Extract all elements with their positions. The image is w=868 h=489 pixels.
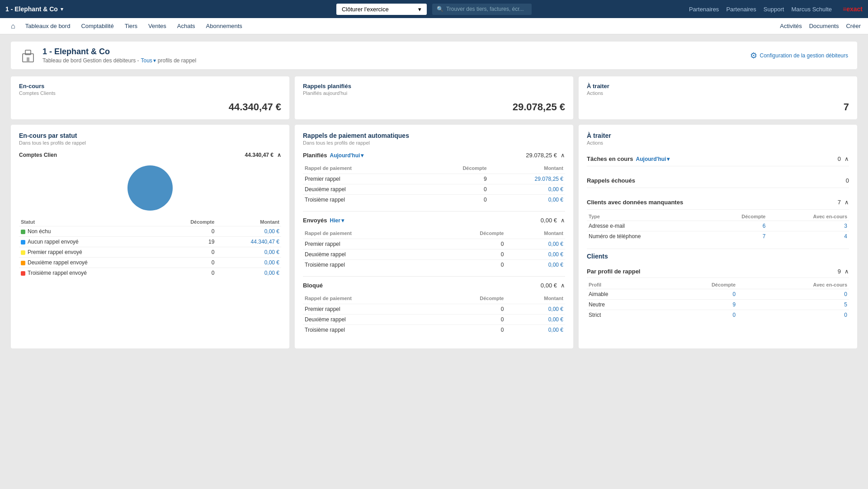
rappel-montant[interactable]: 0,00 €: [505, 249, 565, 260]
clients-manquants-title: Clients avec données manquantes: [587, 199, 683, 206]
user-name[interactable]: Marcus Schulte: [791, 6, 832, 13]
statut-montant[interactable]: 0,00 €: [216, 268, 281, 278]
creer-link[interactable]: Créer: [846, 23, 861, 29]
global-search[interactable]: 🔍 Trouver des tiers, factures, écr...: [432, 4, 532, 15]
par-profil-table: Profil Décompte Avec en-cours Aimable 0 …: [587, 281, 849, 320]
type-decompte[interactable]: 6: [708, 221, 767, 231]
type-decompte[interactable]: 7: [708, 231, 767, 242]
par-profil-title: Par profil de rappel: [587, 268, 640, 275]
profil-label: Strict: [587, 310, 656, 320]
envoyes-total: 0,00 €: [541, 217, 557, 224]
pie-chart: [127, 165, 173, 211]
rappels-echoues-header: Rappels échoués 0: [587, 174, 849, 188]
taches-section: Tâches en cours Aujourd'hui ▾ 0 ∧: [587, 152, 849, 166]
en-cours-amount: 44.340,47 €: [19, 101, 281, 113]
statut-decompte: 0: [160, 268, 216, 278]
planifies-date[interactable]: Aujourd'hui ▾: [330, 152, 363, 159]
nav-ventes[interactable]: Ventes: [144, 19, 171, 33]
envoyes-title: Envoyés Hier ▾: [303, 217, 344, 224]
status-color-dot: [21, 230, 25, 234]
type-label: Numéro de téléphone: [587, 231, 708, 242]
table-row: Strict 0 0: [587, 310, 849, 320]
col-statut: Statut: [19, 218, 160, 226]
statut-montant[interactable]: 0,00 €: [216, 247, 281, 258]
breadcrumb-end: profils de rappel: [158, 57, 196, 64]
panel-en-cours-statut: En-cours par statut Dans tous les profil…: [11, 125, 289, 348]
close-exercise-button[interactable]: Clôturer l'exercice ▾: [336, 4, 427, 15]
type-avec[interactable]: 3: [767, 221, 849, 231]
rappel-montant[interactable]: 0,00 €: [489, 195, 565, 205]
status-color-dot: [21, 250, 25, 255]
rappels-planifies-amount: 29.078,25 €: [303, 101, 565, 113]
profil-decompte[interactable]: 0: [656, 310, 737, 320]
support-link[interactable]: Support: [764, 6, 784, 13]
a-traiter-panel-subtitle: Actions: [587, 140, 849, 146]
profil-label: Neutre: [587, 300, 656, 310]
clients-manquants-count: 7: [838, 199, 841, 206]
company-name: 1 - Elephant & Co: [5, 5, 58, 13]
page-header-left: 1 - Elephant & Co Tableau de bord Gestio…: [20, 47, 196, 64]
bloque-header: Bloqué 0,00 € ∧: [303, 282, 565, 291]
documents-link[interactable]: Documents: [809, 23, 839, 29]
statut-montant[interactable]: 0,00 €: [216, 226, 281, 237]
taches-chevron: ∧: [844, 155, 849, 162]
rappel-montant[interactable]: 0,00 €: [505, 315, 565, 325]
summary-row: En-cours Comptes Clients 44.340,47 € Rap…: [11, 76, 857, 119]
profil-decompte[interactable]: 9: [656, 300, 737, 310]
table-row: Troisième rappel 0 0,00 €: [303, 195, 565, 205]
table-row: Premier rappel 9 29.078,25 €: [303, 174, 565, 184]
nav-tableaux[interactable]: Tableaux de bord: [21, 19, 75, 33]
partenaires-menu[interactable]: Partenaires: [689, 6, 719, 13]
bloque-chevron: ∧: [561, 282, 565, 289]
rappel-decompte: 0: [434, 260, 506, 270]
type-avec[interactable]: 4: [767, 231, 849, 242]
nav-comptabilite[interactable]: Comptabilité: [76, 19, 118, 33]
rappel-montant[interactable]: 0,00 €: [505, 304, 565, 315]
home-icon[interactable]: ⌂: [7, 20, 19, 32]
tous-dropdown[interactable]: Tous ▾: [141, 57, 156, 64]
exact-logo: ≡exact: [843, 5, 863, 13]
chevron-up-icon: ∧: [277, 152, 281, 158]
profil-decompte[interactable]: 0: [656, 289, 737, 300]
rappel-montant[interactable]: 0,00 €: [505, 260, 565, 270]
nav-tiers[interactable]: Tiers: [120, 19, 142, 33]
rappels-echoues-count: 0: [846, 177, 849, 184]
profil-avec[interactable]: 0: [737, 289, 849, 300]
statut-label: Troisième rappel envoyé: [19, 268, 160, 278]
table-row: Deuxième rappel 0 0,00 €: [303, 184, 565, 195]
bloque-total: 0,00 €: [541, 282, 557, 289]
rappels-planifies-subtitle: Planifiés aujourd'hui: [303, 90, 565, 96]
main-content: 1 - Elephant & Co Tableau de bord Gestio…: [0, 34, 868, 356]
planifies-chevron: ∧: [561, 152, 565, 159]
rappels-echoues-title: Rappels échoués: [587, 177, 635, 184]
company-selector[interactable]: 1 - Elephant & Co ▾: [5, 5, 286, 13]
partenaires-label[interactable]: Partenaires: [726, 6, 756, 13]
config-link[interactable]: ⚙ Configuration de la gestion débiteurs: [750, 51, 848, 61]
profil-avec[interactable]: 0: [737, 310, 849, 320]
rappel-montant[interactable]: 0,00 €: [505, 325, 565, 335]
statut-label: Deuxième rappel envoyé: [19, 258, 160, 268]
taches-date[interactable]: Aujourd'hui ▾: [636, 156, 670, 162]
panel-rappels: Rappels de paiement automatiques Dans to…: [295, 125, 573, 348]
status-color-dot: [21, 240, 25, 244]
rappel-montant[interactable]: 0,00 €: [505, 239, 565, 249]
rappel-label: Deuxième rappel: [303, 249, 434, 260]
panels-row: En-cours par statut Dans tous les profil…: [11, 125, 857, 348]
table-row: Troisième rappel envoyé 0 0,00 €: [19, 268, 281, 278]
nav-abonnements[interactable]: Abonnements: [202, 19, 247, 33]
statut-montant[interactable]: 0,00 €: [216, 258, 281, 268]
rappel-montant[interactable]: 0,00 €: [489, 184, 565, 195]
statut-montant[interactable]: 44.340,47 €: [216, 237, 281, 247]
activites-link[interactable]: Activités: [780, 23, 802, 29]
en-cours-statut-title: En-cours par statut: [19, 132, 281, 139]
rappel-decompte: 0: [434, 325, 506, 335]
a-traiter-panel-title: À traiter: [587, 132, 849, 139]
rappel-montant[interactable]: 29.078,25 €: [489, 174, 565, 184]
clients-manquants-header: Clients avec données manquantes 7 ∧: [587, 195, 849, 210]
planifies-table: Rappel de paiement Décompte Montant Prem…: [303, 164, 565, 205]
close-exercise-arrow: ▾: [418, 6, 421, 13]
envoyes-date[interactable]: Hier ▾: [330, 217, 344, 224]
page-title: 1 - Elephant & Co: [42, 47, 196, 56]
profil-avec[interactable]: 5: [737, 300, 849, 310]
nav-achats[interactable]: Achats: [173, 19, 200, 33]
